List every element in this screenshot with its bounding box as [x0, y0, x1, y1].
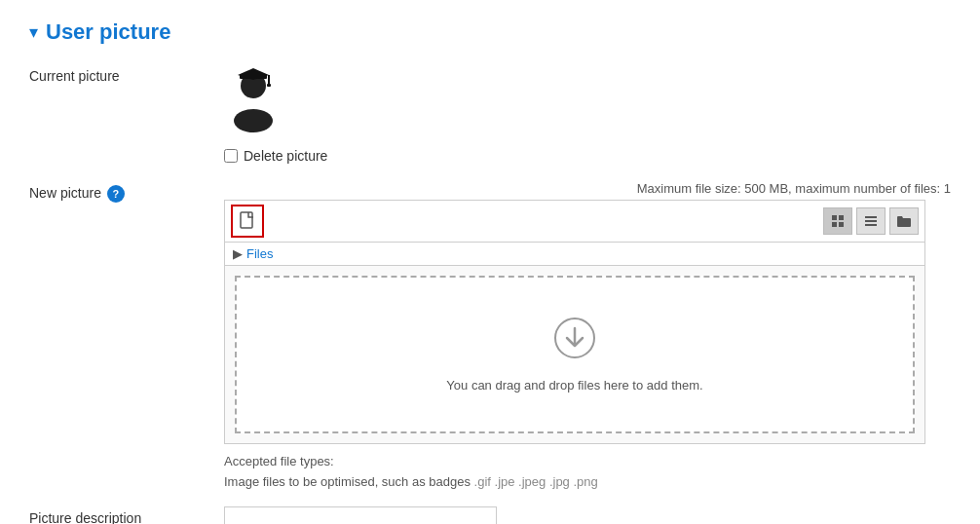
new-picture-content: Maximum file size: 500 MB, maximum numbe…: [224, 181, 951, 489]
view-folder-button[interactable]: [889, 207, 919, 235]
svg-rect-12: [865, 220, 877, 222]
delete-picture-label: Delete picture: [244, 148, 327, 164]
new-picture-label: New picture: [29, 185, 101, 201]
list-icon: [864, 214, 878, 228]
drop-text: You can drag and drop files here to add …: [446, 378, 702, 393]
toolbar-left: [231, 205, 264, 238]
picture-description-row: Picture description: [29, 506, 951, 524]
svg-rect-7: [832, 215, 837, 220]
svg-point-1: [234, 109, 273, 132]
picture-description-label: Picture description: [29, 506, 224, 524]
file-icon: [239, 211, 256, 231]
help-icon[interactable]: ?: [107, 185, 125, 203]
breadcrumb-folder-icon: ▶: [233, 246, 243, 261]
accepted-label: Accepted file types:: [224, 454, 951, 468]
file-extensions: .gif .jpe .jpeg .jpg .png: [474, 474, 598, 489]
view-grid-button[interactable]: [823, 207, 852, 235]
folder-icon: [896, 214, 912, 228]
new-picture-row: New picture ? Maximum file size: 500 MB,…: [29, 181, 951, 489]
new-picture-label-container: New picture ?: [29, 181, 224, 203]
drop-download-icon: [553, 317, 596, 368]
svg-rect-10: [839, 222, 844, 227]
section-title: User picture: [46, 19, 170, 45]
avatar: [224, 64, 951, 142]
avatar-icon: [224, 64, 283, 132]
picture-description-content: [224, 506, 951, 524]
breadcrumb-bar: ▶ Files: [225, 243, 924, 266]
svg-rect-13: [865, 224, 877, 226]
delete-picture-checkbox[interactable]: [224, 149, 238, 163]
svg-rect-9: [832, 222, 837, 227]
grid-icon: [831, 214, 845, 228]
section-header: ▾ User picture: [29, 19, 951, 45]
picture-description-input[interactable]: [224, 506, 497, 524]
toolbar-right: [823, 207, 919, 235]
add-file-button[interactable]: [231, 205, 264, 238]
current-picture-row: Current picture Delete picture: [29, 64, 951, 164]
file-picker-box: ▶ Files You can drag and drop files here…: [224, 200, 925, 444]
current-picture-content: Delete picture: [224, 64, 951, 164]
file-picker-toolbar: [225, 201, 924, 243]
accepted-types: Accepted file types: Image files to be o…: [224, 454, 951, 489]
svg-rect-8: [839, 215, 844, 220]
delete-picture-row: Delete picture: [224, 148, 951, 164]
svg-rect-5: [267, 84, 271, 87]
drop-zone[interactable]: You can drag and drop files here to add …: [235, 276, 915, 433]
svg-rect-11: [865, 216, 877, 218]
breadcrumb-files-link[interactable]: Files: [246, 246, 273, 261]
view-list-button[interactable]: [856, 207, 886, 235]
chevron-icon[interactable]: ▾: [29, 21, 38, 43]
accepted-detail: Image files to be optimised, such as bad…: [224, 474, 471, 489]
current-picture-label: Current picture: [29, 64, 224, 84]
accepted-detail-row: Image files to be optimised, such as bad…: [224, 474, 951, 489]
file-max-info: Maximum file size: 500 MB, maximum numbe…: [224, 181, 951, 196]
svg-rect-6: [241, 212, 252, 228]
